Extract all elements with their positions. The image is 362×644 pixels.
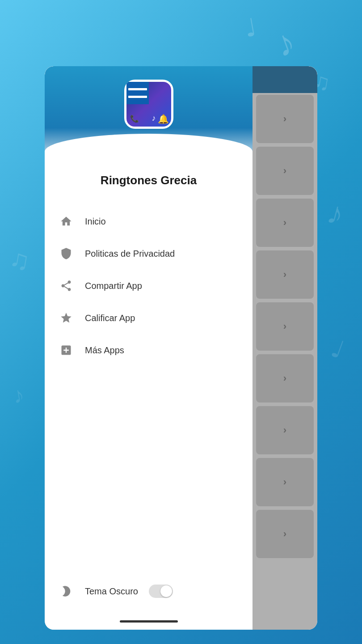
music-note-icon: ♪ bbox=[152, 114, 156, 124]
chevron-right-icon-8: › bbox=[283, 476, 286, 488]
chevron-button-5[interactable]: › bbox=[256, 302, 314, 351]
dark-theme-toggle-row: Tema Oscuro bbox=[45, 575, 253, 607]
icon-overlay: ♪ 🔔 bbox=[152, 114, 169, 124]
chevron-right-icon-9: › bbox=[283, 528, 286, 540]
menu-spacer bbox=[45, 366, 253, 575]
chevron-button-8[interactable]: › bbox=[256, 458, 314, 506]
menu-label-mas-apps: Más Apps bbox=[85, 345, 124, 356]
app-icon: ♪ 🔔 📞 bbox=[126, 82, 171, 127]
chevron-right-icon-6: › bbox=[283, 373, 286, 384]
home-icon bbox=[58, 213, 74, 229]
menu-label-privacidad: Politicas de Privacidad bbox=[85, 249, 175, 259]
chevron-button-7[interactable]: › bbox=[256, 406, 314, 454]
dark-theme-label: Tema Oscuro bbox=[85, 586, 138, 597]
chevron-button-6[interactable]: › bbox=[256, 354, 314, 402]
chevron-right-icon-7: › bbox=[283, 424, 286, 436]
dark-theme-switch[interactable] bbox=[149, 585, 173, 598]
chevron-button-4[interactable]: › bbox=[256, 250, 314, 299]
menu-item-compartir[interactable]: Compartir App bbox=[45, 270, 253, 302]
menu-item-inicio[interactable]: Inicio bbox=[45, 205, 253, 237]
drawer-header: ♪ 🔔 📞 bbox=[45, 66, 253, 169]
menu-item-privacidad[interactable]: Politicas de Privacidad bbox=[45, 237, 253, 270]
phone-icon: 📞 bbox=[130, 114, 139, 123]
chevron-right-icon-1: › bbox=[283, 113, 286, 125]
app-title: Ringtones Grecia bbox=[92, 174, 206, 187]
right-panel: › › › › › › › › › bbox=[253, 66, 317, 630]
menu-item-mas-apps[interactable]: Más Apps bbox=[45, 334, 253, 366]
drawer-panel: ♪ 🔔 📞 Ringtones Grecia I bbox=[45, 66, 253, 630]
chevron-right-icon-3: › bbox=[283, 217, 286, 229]
menu-item-calificar[interactable]: Calificar App bbox=[45, 302, 253, 334]
menu-label-inicio: Inicio bbox=[85, 216, 106, 227]
star-icon bbox=[58, 310, 74, 326]
svg-text:♫: ♫ bbox=[7, 243, 32, 276]
toggle-knob bbox=[160, 585, 172, 597]
home-bar bbox=[45, 616, 253, 630]
menu-label-compartir: Compartir App bbox=[85, 281, 142, 291]
svg-text:♪: ♪ bbox=[270, 21, 300, 65]
svg-text:♪: ♪ bbox=[11, 382, 26, 408]
share-icon bbox=[58, 278, 74, 294]
shield-icon bbox=[58, 246, 74, 262]
chevron-right-icon-4: › bbox=[283, 269, 286, 280]
chevron-right-icon-2: › bbox=[283, 165, 286, 177]
chevron-button-2[interactable]: › bbox=[256, 147, 314, 195]
plus-square-icon bbox=[58, 342, 74, 358]
chevron-right-icon-5: › bbox=[283, 321, 286, 332]
svg-text:♩: ♩ bbox=[328, 334, 348, 364]
home-indicator bbox=[120, 620, 178, 623]
moon-icon bbox=[58, 583, 74, 599]
menu-label-calificar: Calificar App bbox=[85, 313, 135, 323]
right-top-bar bbox=[253, 66, 317, 93]
drawer-menu: Inicio Politicas de Privacidad Com bbox=[45, 196, 253, 616]
svg-text:♪: ♪ bbox=[324, 195, 348, 232]
svg-text:♩: ♩ bbox=[242, 13, 258, 43]
chevron-button-3[interactable]: › bbox=[256, 199, 314, 247]
app-icon-wrapper: ♪ 🔔 📞 bbox=[124, 80, 173, 129]
chevron-button-1[interactable]: › bbox=[256, 95, 314, 143]
greek-flag bbox=[126, 82, 149, 104]
chevron-button-9[interactable]: › bbox=[256, 510, 314, 558]
phone-container: ♪ 🔔 📞 Ringtones Grecia I bbox=[45, 66, 317, 630]
bell-icon: 🔔 bbox=[158, 114, 169, 124]
